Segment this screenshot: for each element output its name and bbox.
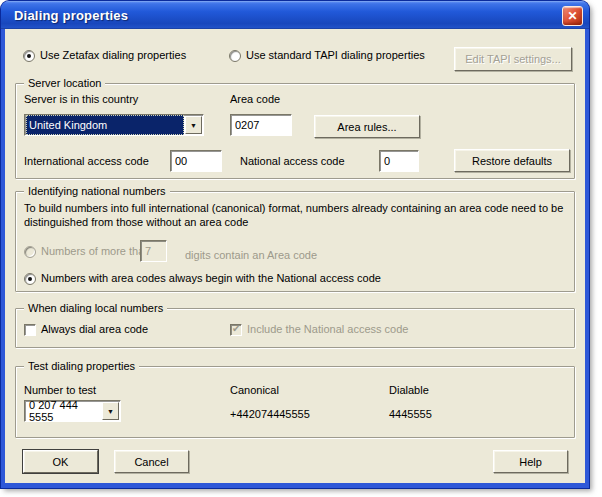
dialable-value: 4445555 bbox=[389, 408, 432, 421]
country-dropdown-value: United Kingdom bbox=[26, 115, 184, 135]
radio-national-access-code[interactable]: Numbers with area codes always begin wit… bbox=[24, 272, 381, 285]
radio-icon[interactable] bbox=[23, 50, 35, 62]
radio-use-tapi-label: Use standard TAPI dialing properties bbox=[246, 49, 425, 62]
identifying-description: To build numbers into full international… bbox=[24, 201, 576, 229]
number-to-test-dropdown[interactable]: 0 207 444 5555 ▼ bbox=[24, 400, 121, 422]
radio-numbers-more-than: Numbers of more than bbox=[24, 245, 150, 258]
area-rules-button[interactable]: Area rules... bbox=[314, 115, 420, 138]
window-title: Dialing properties bbox=[1, 8, 128, 23]
always-dial-label: Always dial area code bbox=[41, 323, 148, 336]
cancel-button[interactable]: Cancel bbox=[114, 450, 189, 473]
international-access-code-input[interactable] bbox=[170, 150, 222, 172]
area-code-label: Area code bbox=[230, 93, 280, 106]
edit-tapi-settings-button: Edit TAPI settings... bbox=[454, 47, 572, 71]
checkbox-always-dial[interactable]: Always dial area code bbox=[24, 323, 148, 336]
group-identifying-legend: Identifying national numbers bbox=[24, 185, 170, 197]
number-to-test-label: Number to test bbox=[24, 384, 96, 397]
dialable-label: Dialable bbox=[389, 384, 429, 397]
group-local-numbers: When dialing local numbers Always dial a… bbox=[15, 308, 575, 348]
ok-button[interactable]: OK bbox=[23, 450, 98, 473]
radio-icon[interactable] bbox=[229, 50, 241, 62]
number-to-test-value: 0 207 444 5555 bbox=[26, 401, 101, 421]
canonical-value: +442074445555 bbox=[230, 408, 310, 421]
radio-icon bbox=[24, 246, 36, 258]
national-access-code-input[interactable] bbox=[379, 150, 419, 172]
national-access-code-label: National access code bbox=[240, 155, 345, 168]
country-dropdown[interactable]: United Kingdom ▼ bbox=[24, 114, 204, 136]
chevron-down-icon[interactable]: ▼ bbox=[102, 402, 119, 420]
radio-use-zetafax[interactable]: Use Zetafax dialing properties bbox=[23, 49, 186, 62]
group-server-location: Server location Server is in this countr… bbox=[15, 83, 575, 179]
dialog-window: Dialing properties ✕ Use Zetafax dialing… bbox=[1, 1, 589, 488]
dialog-client-area: Use Zetafax dialing properties Use stand… bbox=[5, 29, 585, 483]
canonical-label: Canonical bbox=[230, 384, 279, 397]
checkbox-icon bbox=[230, 324, 242, 336]
digits-input bbox=[140, 240, 167, 262]
group-test-dialing: Test dialing properties Number to test 0… bbox=[15, 366, 575, 438]
radio-national-label: Numbers with area codes always begin wit… bbox=[41, 272, 381, 285]
include-national-label: Include the National access code bbox=[247, 323, 408, 336]
area-code-input[interactable] bbox=[230, 114, 292, 136]
title-bar[interactable]: Dialing properties ✕ bbox=[1, 1, 589, 29]
radio-icon[interactable] bbox=[24, 273, 36, 285]
country-label: Server is in this country bbox=[24, 93, 138, 106]
digits-suffix-label: digits contain an Area code bbox=[185, 249, 317, 262]
radio-more-than-label: Numbers of more than bbox=[41, 245, 150, 258]
restore-defaults-button[interactable]: Restore defaults bbox=[454, 149, 570, 172]
checkbox-icon[interactable] bbox=[24, 324, 36, 336]
group-local-numbers-legend: When dialing local numbers bbox=[24, 302, 167, 314]
international-access-code-label: International access code bbox=[24, 155, 149, 168]
group-identifying-national-numbers: Identifying national numbers To build nu… bbox=[15, 191, 575, 292]
group-server-location-legend: Server location bbox=[24, 77, 105, 89]
help-button[interactable]: Help bbox=[493, 450, 568, 473]
close-icon[interactable]: ✕ bbox=[562, 6, 583, 26]
radio-use-tapi[interactable]: Use standard TAPI dialing properties bbox=[229, 49, 425, 62]
checkbox-include-national: Include the National access code bbox=[230, 323, 408, 336]
radio-use-zetafax-label: Use Zetafax dialing properties bbox=[40, 49, 186, 62]
chevron-down-icon[interactable]: ▼ bbox=[185, 116, 202, 134]
group-test-dialing-legend: Test dialing properties bbox=[24, 360, 139, 372]
